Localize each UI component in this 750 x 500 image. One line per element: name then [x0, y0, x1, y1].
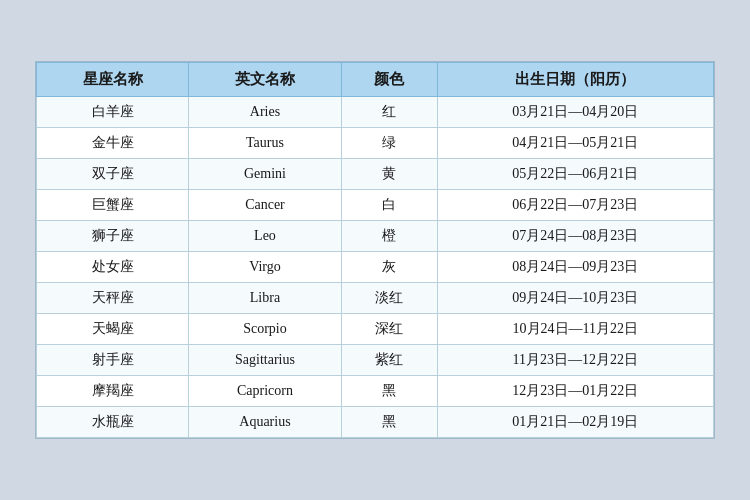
cell-date: 06月22日—07月23日 [437, 190, 713, 221]
cell-color: 深红 [341, 314, 437, 345]
cell-color: 黑 [341, 376, 437, 407]
cell-color: 黄 [341, 159, 437, 190]
cell-english: Scorpio [189, 314, 341, 345]
table-row: 天蝎座Scorpio深红10月24日—11月22日 [37, 314, 714, 345]
cell-date: 07月24日—08月23日 [437, 221, 713, 252]
header-birthdate: 出生日期（阳历） [437, 63, 713, 97]
cell-date: 04月21日—05月21日 [437, 128, 713, 159]
cell-color: 淡红 [341, 283, 437, 314]
table-row: 双子座Gemini黄05月22日—06月21日 [37, 159, 714, 190]
cell-color: 白 [341, 190, 437, 221]
cell-chinese: 摩羯座 [37, 376, 189, 407]
table-row: 白羊座Aries红03月21日—04月20日 [37, 97, 714, 128]
cell-english: Libra [189, 283, 341, 314]
cell-chinese: 处女座 [37, 252, 189, 283]
cell-english: Leo [189, 221, 341, 252]
cell-chinese: 狮子座 [37, 221, 189, 252]
table-header-row: 星座名称 英文名称 颜色 出生日期（阳历） [37, 63, 714, 97]
zodiac-table: 星座名称 英文名称 颜色 出生日期（阳历） 白羊座Aries红03月21日—04… [36, 62, 714, 438]
cell-chinese: 水瓶座 [37, 407, 189, 438]
cell-date: 10月24日—11月22日 [437, 314, 713, 345]
table-row: 金牛座Taurus绿04月21日—05月21日 [37, 128, 714, 159]
table-row: 处女座Virgo灰08月24日—09月23日 [37, 252, 714, 283]
cell-english: Aries [189, 97, 341, 128]
cell-color: 黑 [341, 407, 437, 438]
table-row: 摩羯座Capricorn黑12月23日—01月22日 [37, 376, 714, 407]
cell-english: Capricorn [189, 376, 341, 407]
cell-date: 03月21日—04月20日 [437, 97, 713, 128]
cell-date: 05月22日—06月21日 [437, 159, 713, 190]
cell-english: Taurus [189, 128, 341, 159]
cell-chinese: 金牛座 [37, 128, 189, 159]
cell-chinese: 天秤座 [37, 283, 189, 314]
table-row: 天秤座Libra淡红09月24日—10月23日 [37, 283, 714, 314]
table-body: 白羊座Aries红03月21日—04月20日金牛座Taurus绿04月21日—0… [37, 97, 714, 438]
header-chinese-name: 星座名称 [37, 63, 189, 97]
cell-color: 橙 [341, 221, 437, 252]
cell-english: Cancer [189, 190, 341, 221]
cell-english: Virgo [189, 252, 341, 283]
cell-chinese: 射手座 [37, 345, 189, 376]
cell-date: 01月21日—02月19日 [437, 407, 713, 438]
cell-english: Sagittarius [189, 345, 341, 376]
table-row: 巨蟹座Cancer白06月22日—07月23日 [37, 190, 714, 221]
cell-color: 灰 [341, 252, 437, 283]
header-english-name: 英文名称 [189, 63, 341, 97]
cell-date: 09月24日—10月23日 [437, 283, 713, 314]
table-row: 射手座Sagittarius紫红11月23日—12月22日 [37, 345, 714, 376]
cell-chinese: 双子座 [37, 159, 189, 190]
table-row: 狮子座Leo橙07月24日—08月23日 [37, 221, 714, 252]
header-color: 颜色 [341, 63, 437, 97]
cell-date: 11月23日—12月22日 [437, 345, 713, 376]
cell-color: 绿 [341, 128, 437, 159]
zodiac-table-container: 星座名称 英文名称 颜色 出生日期（阳历） 白羊座Aries红03月21日—04… [35, 61, 715, 439]
cell-english: Gemini [189, 159, 341, 190]
cell-color: 紫红 [341, 345, 437, 376]
cell-color: 红 [341, 97, 437, 128]
table-row: 水瓶座Aquarius黑01月21日—02月19日 [37, 407, 714, 438]
cell-chinese: 白羊座 [37, 97, 189, 128]
cell-date: 08月24日—09月23日 [437, 252, 713, 283]
cell-chinese: 天蝎座 [37, 314, 189, 345]
cell-english: Aquarius [189, 407, 341, 438]
cell-chinese: 巨蟹座 [37, 190, 189, 221]
cell-date: 12月23日—01月22日 [437, 376, 713, 407]
